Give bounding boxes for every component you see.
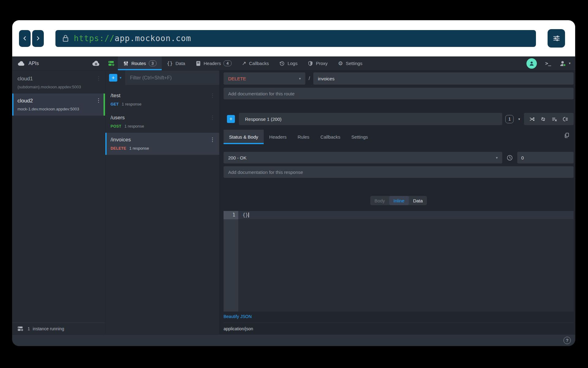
sliders-icon bbox=[552, 34, 561, 43]
kebab-menu-icon[interactable]: ⋮ bbox=[210, 137, 215, 142]
user-avatar[interactable] bbox=[526, 58, 537, 69]
toggle-inline[interactable]: Inline bbox=[389, 196, 409, 205]
route-item-users[interactable]: /users POST 1 response ⋮ bbox=[105, 111, 219, 133]
route-method: GET bbox=[111, 102, 119, 106]
chevron-down-icon: ▾ bbox=[569, 61, 571, 65]
disable-rules-icon[interactable] bbox=[552, 116, 557, 122]
tab-data[interactable]: {} Data bbox=[162, 56, 190, 70]
route-responses: 1 response bbox=[122, 102, 141, 106]
tab-response-headers[interactable]: Headers bbox=[264, 130, 292, 144]
route-item-invoices[interactable]: /invoices DELETE 1 response ⋮ bbox=[105, 133, 219, 155]
add-route-caret-icon[interactable]: ▾ bbox=[120, 76, 122, 80]
browser-back-button[interactable] bbox=[19, 30, 31, 47]
headers-count-badge: 4 bbox=[224, 60, 231, 66]
account-menu[interactable]: ▾ bbox=[559, 60, 571, 67]
route-documentation-input[interactable] bbox=[224, 88, 574, 99]
tab-rules[interactable]: Rules bbox=[292, 130, 315, 144]
route-path-input[interactable] bbox=[313, 72, 574, 85]
routes-filter-input[interactable] bbox=[125, 71, 219, 85]
chevron-right-icon bbox=[35, 36, 41, 41]
tab-logs-label: Logs bbox=[288, 61, 298, 66]
apis-header: APIs bbox=[12, 56, 105, 70]
instance-count: 1 bbox=[28, 326, 30, 331]
browser-address-bar[interactable]: https:// app.mockoon.com bbox=[55, 30, 536, 47]
tab-headers-label: Headers bbox=[204, 61, 221, 66]
braces-icon: {} bbox=[167, 60, 173, 66]
environment-settings-icon[interactable] bbox=[105, 56, 118, 70]
app-content: cloud1 {subdomain}.mockoon.appdev:5003 ⋮… bbox=[12, 71, 575, 334]
method-select[interactable]: DELETE ▾ bbox=[224, 72, 305, 85]
url-scheme: https:// bbox=[74, 34, 115, 43]
line-number: 1 bbox=[224, 211, 238, 219]
tab-settings[interactable]: ⚙ Settings bbox=[333, 56, 368, 70]
response-toolbar: + Response 1 (200) 1 ▾ bbox=[224, 113, 574, 125]
response-tabs: Status & Body Headers Rules Callbacks Se… bbox=[224, 130, 574, 144]
routes-panel: + ▾ /test GET 1 response ⋮ /users bbox=[105, 71, 219, 334]
status-code-select[interactable]: 200 - OK ▾ bbox=[224, 152, 502, 163]
headers-icon bbox=[196, 61, 201, 66]
response-documentation-input[interactable] bbox=[224, 166, 574, 178]
route-responses: 1 response bbox=[124, 124, 144, 128]
routes-count-badge: 3 bbox=[149, 60, 156, 66]
tab-logs[interactable]: Logs bbox=[274, 56, 303, 70]
route-responses: 1 response bbox=[129, 146, 149, 151]
url-host: app.mockoon.com bbox=[115, 34, 191, 43]
environment-name: cloud1 bbox=[17, 76, 100, 82]
fallback-mode-icon[interactable] bbox=[563, 116, 568, 122]
response-mode-buttons bbox=[524, 113, 574, 125]
chevron-left-icon bbox=[22, 36, 28, 41]
tab-data-label: Data bbox=[175, 61, 185, 66]
add-response-button[interactable]: + bbox=[227, 115, 235, 123]
editor-line: 1 {} bbox=[224, 211, 574, 219]
path-separator: / bbox=[305, 72, 313, 85]
route-path: /test bbox=[111, 93, 214, 99]
response-list-caret-icon[interactable]: ▾ bbox=[518, 117, 520, 121]
route-path: /invoices bbox=[111, 137, 214, 143]
kebab-menu-icon[interactable]: ⋮ bbox=[210, 115, 215, 120]
toggle-body[interactable]: Body bbox=[370, 196, 389, 205]
environment-name: cloud2 bbox=[17, 98, 100, 104]
random-response-icon[interactable] bbox=[529, 116, 535, 122]
copy-icon[interactable] bbox=[564, 132, 570, 139]
browser-forward-button[interactable] bbox=[32, 30, 44, 47]
tab-routes[interactable]: Routes 3 bbox=[118, 56, 162, 70]
cloud-upload-icon[interactable] bbox=[92, 60, 100, 67]
route-method: DELETE bbox=[111, 146, 126, 151]
browser-settings-button[interactable] bbox=[548, 29, 565, 48]
terminal-icon[interactable]: >_ bbox=[545, 60, 551, 66]
instance-label: instance running bbox=[33, 326, 64, 331]
kebab-menu-icon[interactable]: ⋮ bbox=[96, 98, 101, 103]
beautify-json-link[interactable]: Beautify JSON bbox=[224, 314, 252, 319]
chevron-down-icon: ▾ bbox=[496, 156, 498, 160]
response-select[interactable]: Response 1 (200) bbox=[239, 113, 502, 125]
routes-icon bbox=[123, 61, 129, 66]
browser-window: https:// app.mockoon.com APIs bbox=[12, 20, 575, 346]
help-icon[interactable]: ? bbox=[564, 337, 571, 344]
app-statusbar: ? bbox=[12, 334, 575, 346]
tab-headers[interactable]: Headers 4 bbox=[190, 56, 237, 70]
tab-proxy[interactable]: Proxy bbox=[303, 56, 333, 70]
tab-response-settings[interactable]: Settings bbox=[346, 130, 373, 144]
lock-icon bbox=[62, 34, 70, 43]
body-source-toggle: Body Inline Data bbox=[370, 196, 427, 205]
route-header-row: DELETE ▾ / bbox=[224, 72, 574, 85]
body-code-editor[interactable]: 1 {} bbox=[224, 211, 574, 312]
browser-chrome: https:// app.mockoon.com bbox=[12, 20, 575, 56]
latency-input[interactable] bbox=[517, 152, 574, 163]
person-icon bbox=[529, 60, 535, 67]
sequential-response-icon[interactable] bbox=[540, 116, 546, 122]
running-indicator-bar bbox=[104, 94, 105, 116]
tab-callbacks[interactable]: ↗ Callbacks bbox=[237, 56, 274, 70]
tab-response-callbacks[interactable]: Callbacks bbox=[315, 130, 346, 144]
route-item-test[interactable]: /test GET 1 response ⋮ bbox=[105, 89, 219, 111]
navbar: Routes 3 {} Data Headers 4 ↗ Callbacks bbox=[105, 56, 575, 70]
environment-item-cloud2[interactable]: cloud2 mock-1.dev.mockoon.appdev:5003 ⋮ bbox=[12, 94, 105, 116]
add-route-button[interactable]: + bbox=[109, 74, 117, 82]
tab-status-body[interactable]: Status & Body bbox=[224, 130, 264, 144]
environment-item-cloud1[interactable]: cloud1 {subdomain}.mockoon.appdev:5003 ⋮ bbox=[12, 71, 105, 94]
kebab-menu-icon[interactable]: ⋮ bbox=[210, 93, 215, 98]
toggle-data[interactable]: Data bbox=[409, 196, 427, 205]
response-count-badge: 1 bbox=[505, 115, 514, 123]
kebab-menu-icon[interactable]: ⋮ bbox=[96, 76, 101, 81]
latency-clock-icon bbox=[502, 155, 517, 161]
